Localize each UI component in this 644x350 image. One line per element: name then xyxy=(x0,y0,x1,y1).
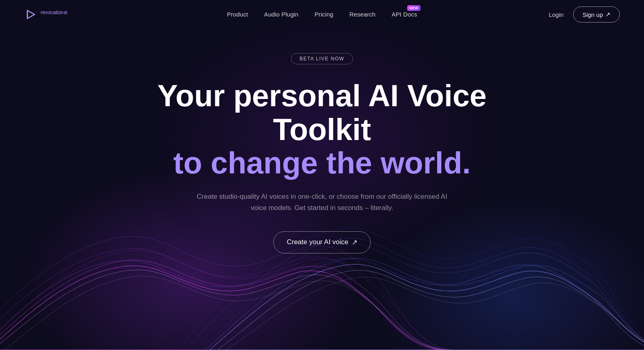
external-link-icon: ↗ xyxy=(605,11,611,18)
signup-button[interactable]: Sign up ↗ xyxy=(573,6,620,23)
arrow-icon: ↗ xyxy=(352,238,357,247)
login-button[interactable]: Login xyxy=(549,11,564,18)
hero-title-line2: to change the world. xyxy=(141,146,503,180)
nav-pricing[interactable]: Pricing xyxy=(314,11,333,18)
hero-title: Your personal AI Voice Toolkit to change… xyxy=(141,79,503,180)
new-badge: NEW xyxy=(407,5,421,11)
cta-label: Create your AI voice xyxy=(287,238,348,246)
nav-actions: Login Sign up ↗ xyxy=(549,6,620,23)
hero-title-line1: Your personal AI Voice Toolkit xyxy=(141,79,503,146)
hero-subtitle: Create studio-quality AI voices in one-c… xyxy=(193,191,451,214)
hero-section: BETA LIVE NOW Your personal AI Voice Too… xyxy=(0,29,644,253)
navbar: revocalizeai Product Audio Plugin Pricin… xyxy=(0,0,644,29)
nav-links: Product Audio Plugin Pricing Research AP… xyxy=(227,11,417,18)
logo-wordmark: revocalizeai xyxy=(40,9,67,20)
nav-audio-plugin[interactable]: Audio Plugin xyxy=(264,11,298,18)
cta-button[interactable]: Create your AI voice ↗ xyxy=(273,231,370,253)
nav-product[interactable]: Product xyxy=(227,11,248,18)
beta-badge: BETA LIVE NOW xyxy=(291,53,353,64)
svg-marker-0 xyxy=(27,10,35,19)
logo-link[interactable]: revocalizeai xyxy=(24,8,67,21)
logo-icon xyxy=(24,8,37,21)
nav-api-docs[interactable]: API Docs xyxy=(392,11,417,18)
nav-research[interactable]: Research xyxy=(349,11,376,18)
